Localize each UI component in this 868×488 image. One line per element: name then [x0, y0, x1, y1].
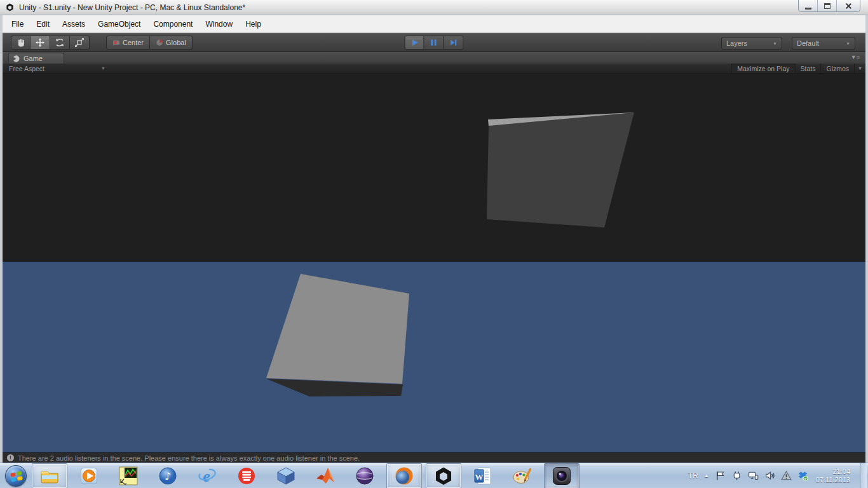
panel-menu-icon[interactable]: ▼≡: [851, 54, 860, 60]
menu-bar: File Edit Assets GameObject Component Wi…: [3, 15, 865, 33]
aspect-label: Free Aspect: [9, 65, 44, 72]
eclipse-icon: [355, 466, 375, 486]
svg-text:W: W: [475, 471, 484, 481]
taskbar-firefox[interactable]: [386, 463, 422, 488]
firefox-icon: [394, 466, 414, 486]
chevron-down-icon: ▼: [773, 41, 777, 46]
layers-dropdown[interactable]: Layers ▼: [721, 37, 782, 50]
taskbar-scope-plot-app[interactable]: [111, 463, 146, 488]
play-button[interactable]: [405, 36, 424, 50]
hand-icon: [16, 37, 26, 48]
menu-component[interactable]: Component: [147, 17, 199, 31]
action-center-flag-icon[interactable]: [715, 470, 726, 481]
space-toggle-button[interactable]: Global: [150, 36, 193, 50]
taskbar-clock[interactable]: 21:04 07.11.2013: [816, 468, 850, 484]
start-button[interactable]: [5, 465, 27, 487]
taskbar-camera-app[interactable]: [544, 463, 580, 488]
maximize-button[interactable]: [818, 0, 837, 11]
pivot-space-toggles: Center Global: [106, 36, 193, 50]
aspect-dropdown[interactable]: Free Aspect ▼: [3, 65, 105, 72]
game-view-toggles: Maximize on Play Stats Gizmos ▼: [731, 64, 865, 73]
scale-icon: [74, 37, 85, 48]
taskbar-virtualbox[interactable]: [268, 463, 304, 488]
layout-dropdown[interactable]: Default ▼: [792, 37, 855, 50]
stats-toggle[interactable]: Stats: [795, 64, 821, 73]
windows-media-player-icon: [79, 466, 99, 486]
unity-toolbar: Center Global Layers: [3, 33, 865, 52]
paint-icon: [512, 466, 532, 486]
network-icon[interactable]: [748, 470, 759, 481]
game-view[interactable]: [3, 74, 865, 452]
top-camera-viewport: [3, 74, 865, 262]
taskbar-internet-explorer[interactable]: e: [189, 463, 225, 488]
dropbox-icon[interactable]: [797, 470, 808, 481]
rotate-icon: [55, 37, 65, 48]
windows-explorer-icon: [39, 466, 60, 486]
taskbar-windows-media-player[interactable]: [71, 463, 107, 488]
warning-icon: !: [7, 454, 14, 461]
step-button[interactable]: [444, 36, 464, 50]
taskbar-unity[interactable]: [426, 463, 461, 488]
taskbar-windows-explorer[interactable]: [32, 463, 67, 488]
hidden-icons-arrow[interactable]: ▲: [704, 473, 709, 478]
unity-logo-icon: [5, 3, 15, 12]
stats-label: Stats: [801, 65, 816, 72]
layout-label: Default: [797, 39, 819, 47]
maximize-on-play-toggle[interactable]: Maximize on Play: [731, 64, 794, 73]
pivot-label: Center: [123, 39, 144, 46]
power-plug-icon[interactable]: [731, 470, 742, 481]
taskbar-matlab[interactable]: [308, 463, 343, 488]
volume-icon[interactable]: [764, 470, 775, 481]
close-icon: [845, 3, 852, 10]
itunes-icon: ♪: [158, 466, 178, 486]
pause-button[interactable]: [424, 36, 444, 50]
minimize-button[interactable]: [799, 0, 818, 11]
global-space-icon: [156, 39, 163, 46]
scale-tool-button[interactable]: [70, 36, 90, 50]
pivot-toggle-button[interactable]: Center: [106, 36, 150, 50]
maximize-on-play-label: Maximize on Play: [737, 65, 789, 72]
game-view-icon: [12, 55, 20, 63]
status-bar[interactable]: ! There are 2 audio listeners in the sce…: [3, 452, 865, 463]
gizmos-dropdown-arrow[interactable]: ▼: [854, 64, 865, 73]
taskbar-word[interactable]: W: [465, 463, 501, 488]
taskbar-paint[interactable]: [505, 463, 540, 488]
chevron-down-icon: ▼: [846, 41, 850, 46]
windows-logo-icon: [10, 471, 22, 482]
unity-taskbar-icon: [433, 466, 454, 486]
taskbar-red-stack-app[interactable]: [229, 463, 264, 488]
maximize-icon: [824, 3, 831, 9]
hand-tool-button[interactable]: [11, 36, 31, 50]
step-icon: [451, 39, 456, 45]
google-drive-icon[interactable]: [781, 470, 792, 481]
menu-edit[interactable]: Edit: [30, 17, 56, 31]
tab-game[interactable]: Game: [8, 53, 64, 64]
move-tool-button[interactable]: [31, 36, 50, 50]
close-button[interactable]: [837, 0, 860, 11]
clock-time: 21:04: [816, 468, 850, 476]
taskbar-eclipse[interactable]: [347, 463, 383, 488]
play-icon: [412, 39, 418, 46]
transform-tools: [11, 36, 90, 50]
pause-icon: [431, 39, 436, 45]
menu-gameobject[interactable]: GameObject: [92, 17, 147, 31]
internet-explorer-icon: e: [197, 466, 217, 486]
menu-assets[interactable]: Assets: [56, 17, 92, 31]
camera-app-icon: [552, 466, 572, 486]
panel-tab-bar: Game ▼≡: [3, 52, 865, 64]
tab-game-label: Game: [24, 55, 43, 62]
virtualbox-icon: [276, 466, 296, 486]
menu-help[interactable]: Help: [239, 17, 268, 31]
taskbar: ♪ e W TR: [0, 463, 868, 488]
minimize-icon: [805, 8, 811, 10]
space-label: Global: [166, 39, 186, 46]
show-desktop-button[interactable]: [860, 463, 867, 488]
gizmos-toggle[interactable]: Gizmos: [820, 64, 854, 73]
layers-label: Layers: [726, 39, 747, 47]
rotate-tool-button[interactable]: [50, 36, 70, 50]
bottom-camera-viewport: [3, 262, 865, 452]
language-indicator[interactable]: TR: [688, 471, 698, 480]
menu-file[interactable]: File: [5, 17, 30, 31]
menu-window[interactable]: Window: [199, 17, 239, 31]
taskbar-itunes[interactable]: ♪: [150, 463, 186, 488]
